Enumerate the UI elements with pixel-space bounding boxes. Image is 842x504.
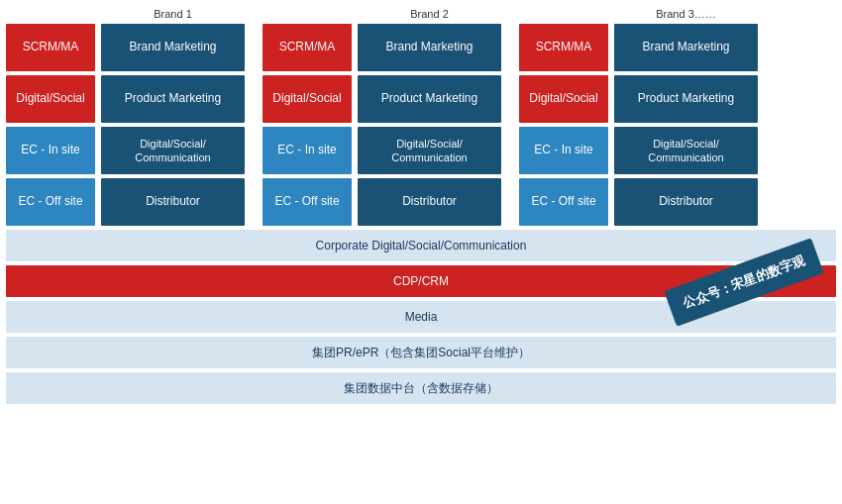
spacer-2	[251, 8, 257, 20]
ec-offsite-2: EC - Off site	[263, 178, 352, 226]
row-1: SCRM/MA Brand Marketing SCRM/MA Brand Ma…	[6, 24, 836, 71]
dsc-1: Digital/Social/Communication	[101, 127, 245, 174]
row-3: EC - In site Digital/Social/Communicatio…	[6, 127, 836, 174]
brand2-label: Brand 2	[358, 8, 501, 20]
distributor-3: Distributor	[614, 178, 758, 226]
dsc-2: Digital/Social/Communication	[358, 127, 501, 174]
ec-insite-1: EC - In site	[6, 127, 95, 174]
scrm-ma-1: SCRM/MA	[6, 24, 95, 71]
ec-insite-2: EC - In site	[263, 127, 352, 174]
product-marketing-2: Product Marketing	[358, 75, 501, 123]
digital-social-3: Digital/Social	[519, 75, 608, 123]
brand1-label: Brand 1	[101, 8, 245, 20]
brand-headers: Brand 1 Brand 2 Brand 3……	[6, 8, 836, 20]
dsc-3: Digital/Social/Communication	[614, 127, 758, 174]
main-container: Brand 1 Brand 2 Brand 3…… SCRM/MA Brand …	[0, 0, 842, 410]
brand-marketing-1: Brand Marketing	[101, 24, 245, 71]
bottom-rows: Corporate Digital/Social/Communication C…	[6, 230, 836, 404]
scrm-ma-2: SCRM/MA	[263, 24, 352, 71]
spacer-5	[519, 8, 608, 20]
distributor-2: Distributor	[358, 178, 501, 226]
ec-insite-3: EC - In site	[519, 127, 608, 174]
data-platform: 集团数据中台（含数据存储）	[6, 372, 836, 404]
ec-offsite-3: EC - Off site	[519, 178, 608, 226]
spacer-3	[263, 8, 352, 20]
row-2: Digital/Social Product Marketing Digital…	[6, 75, 836, 123]
digital-social-1: Digital/Social	[6, 75, 95, 123]
spacer-1	[6, 8, 95, 20]
distributor-1: Distributor	[101, 178, 245, 226]
spacer-4	[507, 8, 513, 20]
grid: SCRM/MA Brand Marketing SCRM/MA Brand Ma…	[6, 24, 836, 226]
ec-offsite-1: EC - Off site	[6, 178, 95, 226]
corporate-dsc: Corporate Digital/Social/Communication	[6, 230, 836, 261]
digital-social-2: Digital/Social	[263, 75, 352, 123]
pr-epr: 集团PR/ePR（包含集团Social平台维护）	[6, 337, 836, 368]
product-marketing-3: Product Marketing	[614, 75, 758, 123]
brand3-label: Brand 3……	[614, 8, 758, 20]
brand-marketing-2: Brand Marketing	[358, 24, 501, 71]
brand-marketing-3: Brand Marketing	[614, 24, 758, 71]
scrm-ma-3: SCRM/MA	[519, 24, 608, 71]
product-marketing-1: Product Marketing	[101, 75, 245, 123]
row-4: EC - Off site Distributor EC - Off site …	[6, 178, 836, 226]
